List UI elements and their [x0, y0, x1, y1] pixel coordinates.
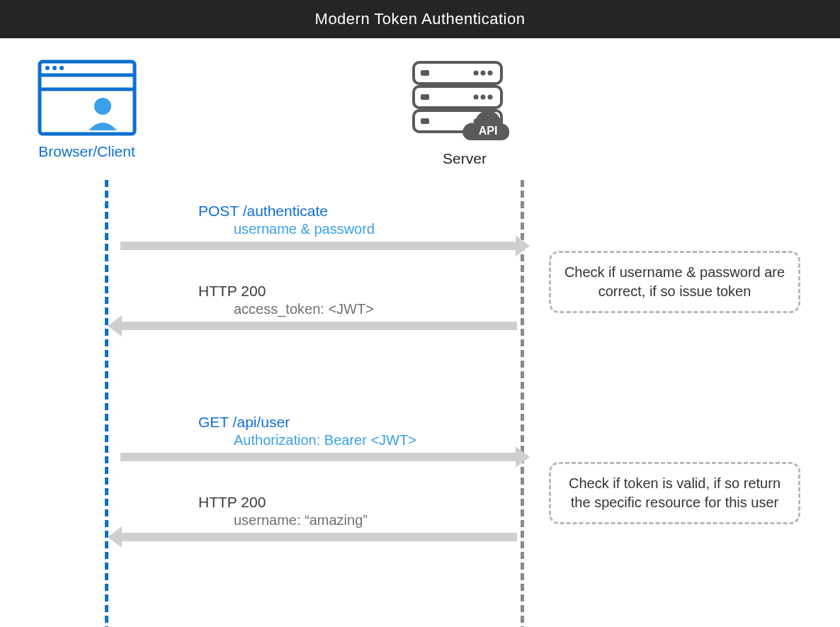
lifeline-client	[105, 180, 108, 627]
svg-point-6	[94, 98, 111, 115]
svg-point-15	[488, 71, 493, 76]
svg-point-17	[481, 95, 486, 100]
message-authenticate-response: HTTP 200 access_token: <JWT>	[120, 283, 517, 330]
svg-rect-12	[421, 118, 429, 124]
svg-point-18	[488, 95, 493, 100]
arrow-left-icon	[120, 533, 517, 541]
svg-point-4	[52, 66, 57, 70]
arrow-right-icon	[120, 242, 517, 250]
svg-rect-10	[421, 70, 429, 76]
note-check-credentials: Check if username & password are correct…	[549, 251, 800, 313]
message-title: HTTP 200	[198, 283, 517, 300]
message-sub: username: “amazing”	[234, 512, 517, 529]
svg-rect-11	[421, 94, 429, 100]
message-sub: Authorization: Bearer <JWT>	[234, 432, 517, 448]
message-authenticate-request: POST /authenticate username & password	[120, 203, 517, 250]
actor-client-label: Browser/Client	[28, 143, 145, 160]
svg-rect-0	[40, 62, 135, 134]
message-sub: username & password	[234, 221, 517, 237]
diagram-canvas: Browser/Client API Server POST /authenti	[0, 38, 840, 627]
message-api-response: HTTP 200 username: “amazing”	[120, 494, 517, 541]
message-title: POST /authenticate	[198, 203, 517, 220]
actor-client: Browser/Client	[28, 60, 145, 160]
diagram-header: Modern Token Authentication	[0, 0, 840, 38]
note-check-token: Check if token is valid, if so return th…	[549, 462, 800, 524]
svg-point-3	[45, 66, 50, 70]
message-api-request: GET /api/user Authorization: Bearer <JWT…	[120, 414, 517, 461]
actor-server-label: Server	[408, 150, 521, 167]
arrow-left-icon	[120, 322, 517, 330]
svg-point-5	[59, 66, 64, 70]
message-title: HTTP 200	[198, 494, 517, 511]
arrow-right-icon	[120, 453, 517, 461]
svg-text:API: API	[479, 125, 498, 137]
browser-window-icon	[38, 126, 137, 138]
svg-point-13	[474, 71, 479, 76]
svg-point-14	[481, 71, 486, 76]
message-title: GET /api/user	[198, 414, 517, 431]
diagram-title: Modern Token Authentication	[315, 10, 526, 28]
server-stack-icon: API	[408, 133, 521, 145]
actor-server: API Server	[408, 58, 521, 167]
svg-point-16	[474, 95, 479, 100]
message-sub: access_token: <JWT>	[234, 301, 517, 317]
